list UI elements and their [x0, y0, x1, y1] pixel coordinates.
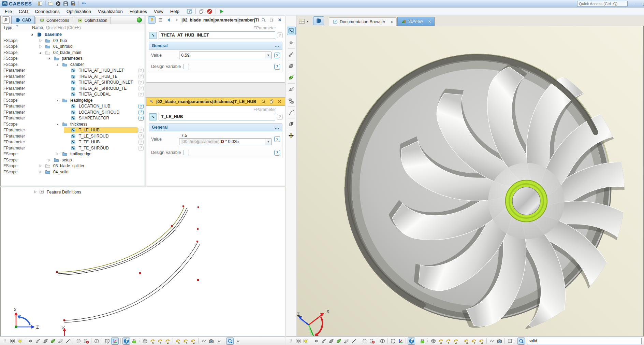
view-y-button[interactable]: Y: [157, 338, 163, 344]
viewport-2d[interactable]: X Z: [0, 187, 285, 336]
info-overlay-button[interactable]: [122, 337, 130, 345]
panel-layout-button[interactable]: [37, 0, 44, 7]
menu-file[interactable]: File: [1, 8, 15, 15]
display-filter-input[interactable]: [527, 338, 642, 344]
tree-row-theta_global[interactable]: FParameterTHETA_GLOBAL?: [1, 91, 145, 98]
help-icon[interactable]: ?: [138, 134, 144, 139]
help-icon[interactable]: ?: [138, 140, 144, 145]
duplicate-icon[interactable]: [268, 98, 275, 105]
show-curves-button[interactable]: [320, 338, 327, 344]
help-icon[interactable]: ?: [138, 92, 144, 97]
show-wireframe-button[interactable]: [93, 338, 100, 344]
expander-open-icon[interactable]: [55, 62, 60, 68]
tree-row-camber[interactable]: FScopecamber: [1, 62, 145, 68]
screenshot-button[interactable]: [208, 338, 215, 344]
minimize-button[interactable]: –: [630, 1, 638, 6]
help-icon[interactable]: ?: [138, 80, 144, 85]
menu-icon[interactable]: [157, 17, 164, 23]
expander-open-icon[interactable]: [30, 32, 34, 38]
duplicate-icon[interactable]: [268, 17, 275, 23]
create-point-button[interactable]: [287, 39, 295, 47]
clipboard-button[interactable]: [198, 8, 205, 15]
iso-view-button[interactable]: [430, 338, 437, 344]
tree-row-location_hub[interactable]: FParameterLOCATION_HUB?: [1, 103, 145, 110]
zoom-button[interactable]: [517, 337, 525, 345]
tab-documentation-browser[interactable]: ?Documentation Browserx: [329, 17, 397, 26]
tree-row-theta_at_hub_te[interactable]: FParameterTHETA_AT_HUB_TE?: [1, 74, 145, 80]
menu-cad[interactable]: CAD: [15, 8, 31, 15]
tree-row-02_blade_main[interactable]: FScope02_blade_main: [1, 50, 145, 56]
quick-access-input[interactable]: [577, 1, 628, 6]
close-icon[interactable]: ✕: [276, 17, 283, 23]
expander-open-icon[interactable]: [38, 50, 43, 56]
tree-row-theta_at_shroud_te[interactable]: FParameterTHETA_AT_SHROUD_TE?: [1, 86, 145, 92]
view-neg-y-button[interactable]: -Y: [182, 338, 189, 344]
tree-row-baseline[interactable]: baseline: [1, 32, 145, 38]
tree-row-theta_at_hub_inlet[interactable]: FParameterTHETA_AT_HUB_INLET?: [1, 68, 145, 74]
general-section-header[interactable]: General...: [149, 123, 282, 131]
show-surfaces-button[interactable]: [42, 338, 49, 344]
section-menu-icon[interactable]: ...: [275, 43, 279, 48]
pin-icon[interactable]: [148, 98, 155, 105]
menu-visualization[interactable]: Visualization: [94, 8, 126, 15]
show-origin-button[interactable]: [295, 338, 302, 344]
tree-row-setup[interactable]: FScopesetup: [1, 157, 145, 163]
expander-closed-icon[interactable]: [47, 157, 52, 163]
tree-row-t_te_hub[interactable]: FParameterT_TE_HUB?: [1, 139, 145, 145]
clipping-button[interactable]: [104, 338, 111, 344]
cad-view-button[interactable]: [313, 16, 324, 25]
tab-connections[interactable]: Connections: [35, 17, 73, 24]
show-points-button[interactable]: [313, 338, 320, 344]
help-icon[interactable]: ?: [274, 136, 280, 142]
undo-button[interactable]: [80, 0, 87, 7]
show-solids-button[interactable]: [361, 338, 368, 344]
help-icon[interactable]: ?: [138, 110, 144, 115]
show-polylines-button[interactable]: [64, 338, 71, 344]
close-tab-icon[interactable]: x: [391, 19, 393, 24]
run-button[interactable]: [218, 8, 225, 15]
create-parameter-button[interactable]: [287, 27, 296, 35]
show-origin-button[interactable]: [9, 338, 16, 344]
expander-open-icon[interactable]: [55, 121, 60, 127]
create-brep-button[interactable]: [287, 120, 295, 128]
show-wireframe-button[interactable]: [379, 338, 386, 344]
value-input[interactable]: 0.59 ▼: [179, 52, 272, 59]
expander-closed-icon[interactable]: [38, 169, 43, 175]
create-polyline-button[interactable]: [287, 109, 295, 116]
help-icon[interactable]: ?: [277, 32, 283, 38]
show-axes-button[interactable]: [397, 338, 404, 344]
save-button[interactable]: [62, 0, 69, 7]
help-icon[interactable]: ?: [138, 116, 144, 121]
lock-view-button[interactable]: [131, 338, 137, 344]
help-icon[interactable]: ?: [138, 128, 144, 133]
menu-view[interactable]: View: [150, 8, 167, 15]
create-curve-button[interactable]: [287, 51, 295, 58]
show-imagesurfaces-button[interactable]: [49, 338, 56, 344]
value-expression-input[interactable]: |00_hub|parameters|D * 0.025 ▼: [179, 138, 272, 145]
show-surfaces-button[interactable]: [328, 338, 335, 344]
abort-button[interactable]: [206, 8, 213, 15]
design-variable-checkbox[interactable]: [184, 64, 189, 69]
expander-closed-icon[interactable]: [55, 151, 60, 157]
help-icon[interactable]: ?: [138, 146, 144, 151]
project-button[interactable]: P: [2, 16, 10, 24]
help-icon[interactable]: ?: [277, 114, 283, 120]
name-field[interactable]: T_LE_HUB: [159, 113, 275, 120]
info-overlay-button[interactable]: [408, 337, 415, 345]
tab-cad[interactable]: CAD: [11, 16, 35, 24]
view-neg-x-button[interactable]: -X: [463, 338, 470, 344]
general-section-header[interactable]: General...: [149, 42, 282, 50]
create-feature-button[interactable]: [287, 97, 295, 105]
tree-row-leadingedge[interactable]: FScopeleadingedge: [1, 98, 145, 104]
create-section-button[interactable]: [287, 132, 295, 140]
help-button[interactable]: ?: [186, 8, 193, 15]
combo-caret-icon[interactable]: ▼: [265, 139, 271, 145]
tree-row-t_te_shroud[interactable]: FParameterT_TE_SHROUD?: [1, 145, 145, 152]
quick-find-input[interactable]: Quick Find (Ctrl+F): [46, 25, 81, 30]
tree-row-theta_at_shroud_inlet[interactable]: FParameterTHETA_AT_SHROUD_INLET?: [1, 80, 145, 86]
name-field[interactable]: THETA_AT_HUB_INLET: [159, 31, 275, 39]
menu-help[interactable]: Help: [167, 8, 183, 15]
tree-row-shapefactor[interactable]: FParameterSHAPEFACTOR?: [1, 115, 145, 121]
help-icon[interactable]: ?: [138, 68, 144, 73]
view-z-button[interactable]: Z: [164, 338, 171, 344]
